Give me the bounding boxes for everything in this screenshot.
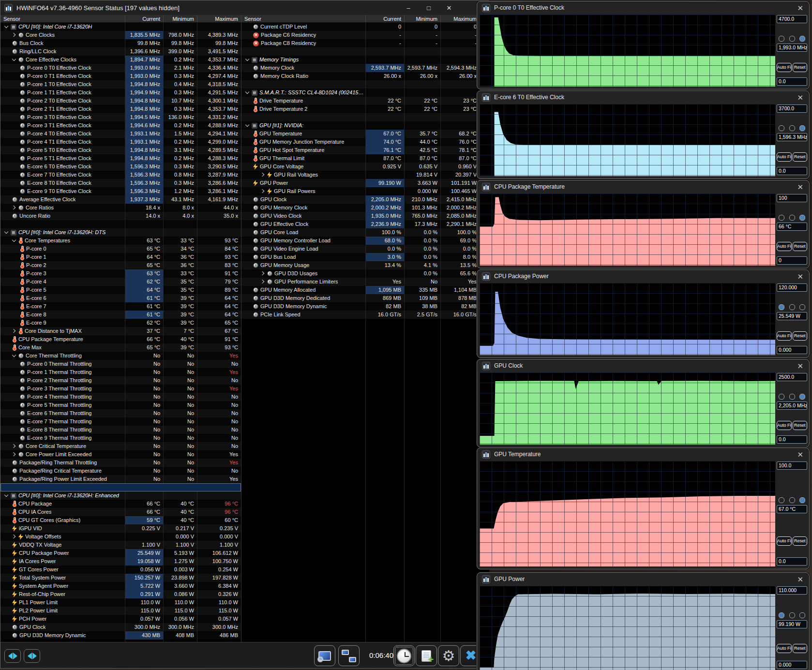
- sensor-row[interactable]: E-core 7 T0 Effective Clock1,596.3 MHz0.…: [0, 171, 241, 179]
- chevron-down-icon[interactable]: [245, 123, 250, 128]
- sensor-row[interactable]: P-core 363 °C33 °C91 °C: [0, 269, 241, 278]
- sensor-row[interactable]: Core Effective Clocks1,894.7 MHz0.2 MHz4…: [0, 56, 241, 64]
- sensor-row[interactable]: E-core 661 °C39 °C64 °C: [0, 294, 241, 302]
- sensor-row[interactable]: P-core 3 T1 Effective Clock1,994.6 MHz0.…: [0, 121, 241, 130]
- settings-button[interactable]: ⚙: [438, 645, 459, 666]
- chevron-right-icon[interactable]: [261, 280, 265, 284]
- sensor-row[interactable]: E-core 9 Thermal ThrottlingNoNoNo: [0, 434, 241, 442]
- blank-row[interactable]: [0, 220, 241, 228]
- chevron-right-icon[interactable]: [261, 271, 265, 276]
- sensor-row[interactable]: Core Ratios18.4 x8.0 x44.0 x: [0, 204, 241, 212]
- chevron-down-icon[interactable]: [245, 58, 250, 62]
- scale-radio-2[interactable]: [789, 215, 795, 221]
- sensor-row[interactable]: CPU IA Cores66 °C40 °C96 °C: [0, 508, 241, 516]
- reset-button[interactable]: Reset: [793, 644, 808, 653]
- sensor-row[interactable]: Drive Temperature 222 °C22 °C23 °C: [241, 105, 489, 113]
- chevron-down-icon[interactable]: [12, 58, 16, 62]
- sensor-row[interactable]: Memory Clock2,593.7 MHz2,593.7 MHz2,594.…: [241, 64, 489, 72]
- sensor-row[interactable]: GPU Memory Allocated1,095 MB335 MB1,104 …: [241, 286, 489, 294]
- reset-button[interactable]: Reset: [793, 63, 808, 72]
- scale-radio-1[interactable]: [779, 36, 784, 42]
- report-button[interactable]: [416, 645, 437, 666]
- sensor-row[interactable]: PCH Power0.057 W0.056 W0.057 W: [0, 615, 241, 623]
- sensor-row[interactable]: PL2 Power Limit115.0 W115.0 W115.0 W: [0, 607, 241, 615]
- auto-fit-button[interactable]: Auto Fit: [777, 242, 792, 251]
- sensor-row[interactable]: GPU Core Load100.0 %0.0 %100.0 %: [241, 228, 489, 237]
- sensor-row[interactable]: IA Cores Power19.058 W1.275 W100.750 W: [0, 557, 241, 566]
- sensor-row[interactable]: P-core 1 Thermal ThrottlingNoNoYes: [0, 368, 241, 376]
- reset-button[interactable]: Reset: [793, 152, 808, 162]
- chevron-right-icon[interactable]: [12, 444, 16, 448]
- scale-max-value[interactable]: 100.0: [777, 462, 807, 470]
- scale-max-value[interactable]: 100: [777, 194, 807, 202]
- sensor-row[interactable]: P-core 4 T0 Effective Clock1,993.1 MHz1.…: [0, 130, 241, 138]
- sensor-row[interactable]: P-core 2 Thermal ThrottlingNoNoNo: [0, 376, 241, 385]
- graph-titlebar[interactable]: CPU Package Power✕: [477, 270, 809, 283]
- chevron-right-icon[interactable]: [12, 206, 16, 210]
- sensor-row[interactable]: Package/Ring Thermal ThrottlingNoNoYes: [0, 459, 241, 467]
- sensor-row[interactable]: P-core 065 °C34 °C84 °C: [0, 245, 241, 253]
- chevron-down-icon[interactable]: [4, 25, 9, 29]
- scale-radio-3[interactable]: [799, 36, 805, 42]
- auto-fit-button[interactable]: Auto Fit: [777, 421, 792, 430]
- table-header[interactable]: SensorCurrentMinimumMaximum: [0, 15, 241, 23]
- column-header-sensor[interactable]: Sensor: [0, 15, 125, 22]
- sensor-row[interactable]: Average Effective Clock1,937.3 MHz43.1 M…: [0, 195, 241, 204]
- sensor-row[interactable]: GPU Performance LimitersYesNoYes: [241, 278, 489, 286]
- reset-button[interactable]: Reset: [793, 331, 808, 341]
- graph-close-icon[interactable]: ✕: [797, 4, 803, 12]
- chevron-right-icon[interactable]: [12, 33, 16, 37]
- scale-max-value[interactable]: 4700.0: [777, 15, 807, 23]
- graph-close-icon[interactable]: ✕: [797, 183, 803, 191]
- sensor-group-row[interactable]: S.M.A.R.T.: SSSTC CL4-8D1024 (002415…: [241, 89, 489, 97]
- sensor-row[interactable]: GPU Effective Clock2,236.9 MHz17.3 MHz2,…: [241, 220, 489, 228]
- sensor-row[interactable]: E-core 6 Thermal ThrottlingNoNoNo: [0, 409, 241, 417]
- sensor-row[interactable]: P-core 564 °C35 °C89 °C: [0, 286, 241, 294]
- sensor-row[interactable]: GPU Bus Load3.0 %0.0 %8.0 %: [241, 253, 489, 261]
- sensor-row[interactable]: P-core 4 T1 Effective Clock1,993.1 MHz0.…: [0, 138, 241, 146]
- scale-radio-1[interactable]: [779, 497, 784, 503]
- auto-fit-button[interactable]: Auto Fit: [777, 331, 792, 341]
- sensor-row[interactable]: GPU Memory Controller Load68.0 %0.0 %69.…: [241, 237, 489, 245]
- auto-fit-button[interactable]: Auto Fit: [777, 152, 792, 162]
- scale-min-value[interactable]: 0.000: [777, 346, 807, 354]
- column-header-minimum[interactable]: Minimum: [163, 15, 197, 22]
- sensor-row[interactable]: E-core 8 Thermal ThrottlingNoNoNo: [0, 426, 241, 434]
- close-button[interactable]: ✕: [439, 0, 459, 15]
- graph-close-icon[interactable]: ✕: [797, 94, 803, 101]
- reset-button[interactable]: Reset: [793, 421, 808, 430]
- column-header-current[interactable]: Current: [125, 15, 163, 22]
- remote-monitor-button[interactable]: [338, 645, 360, 666]
- sensor-row[interactable]: GPU Rail Powers0.000 W100.465 W: [241, 187, 489, 195]
- sensor-row[interactable]: Core Temperatures63 °C33 °C93 °C: [0, 237, 241, 245]
- sensor-row[interactable]: GPU Video Engine Load0.0 %0.0 %0.0 %: [241, 245, 489, 253]
- graph-titlebar[interactable]: GPU Temperature✕: [477, 448, 809, 461]
- sensor-row[interactable]: GPU Rail Voltages19.814 V20.397 V: [241, 171, 489, 179]
- auto-fit-button[interactable]: Auto Fit: [777, 63, 792, 72]
- sensor-row[interactable]: GPU D3D Memory Dynamic82 MB38 MB82 MB: [241, 302, 489, 311]
- sensor-row[interactable]: P-core 5 T1 Effective Clock1,994.8 MHz0.…: [0, 154, 241, 163]
- table-header[interactable]: SensorCurrentMinimumMaximum: [241, 15, 489, 23]
- chevron-down-icon[interactable]: [12, 238, 16, 243]
- sensor-row[interactable]: Rest-of-Chip Power0.291 W0.086 W0.326 W: [0, 590, 241, 598]
- sensor-row[interactable]: Ring/LLC Clock1,396.6 MHz399.0 MHz3,491.…: [0, 47, 241, 56]
- scale-max-value[interactable]: 110.000: [777, 586, 807, 595]
- column-header-maximum[interactable]: Maximum: [197, 15, 241, 22]
- chevron-down-icon[interactable]: [245, 90, 250, 95]
- sensor-row[interactable]: Total System Power150.257 W23.898 W197.8…: [0, 574, 241, 582]
- sensor-row[interactable]: Package/Ring Critical TemperatureNoNoNo: [0, 467, 241, 475]
- sensor-group-row[interactable]: CPU [#0]: Intel Core i7-13620H: Enhanced: [0, 491, 241, 500]
- reset-button[interactable]: Reset: [793, 536, 808, 546]
- sensor-row[interactable]: P-core 2 T1 Effective Clock1,994.8 MHz0.…: [0, 105, 241, 113]
- logging-clock-button[interactable]: [393, 645, 415, 666]
- chevron-right-icon[interactable]: [12, 329, 16, 333]
- sensor-row[interactable]: Core Max65 °C39 °C93 °C: [0, 343, 241, 352]
- graph-titlebar[interactable]: GPU Clock✕: [477, 359, 809, 372]
- system-summary-button[interactable]: [314, 645, 335, 666]
- sensor-row[interactable]: P-core 5 Thermal ThrottlingNoNoNo: [0, 401, 241, 409]
- scale-min-value[interactable]: 0.0: [777, 435, 807, 444]
- scale-radio-1[interactable]: [779, 304, 784, 310]
- sensor-row[interactable]: Bus Clock99.8 MHz99.8 MHz99.8 MHz: [0, 39, 241, 47]
- sensor-row[interactable]: P-core 164 °C36 °C93 °C: [0, 253, 241, 261]
- sensor-row[interactable]: System Agent Power5.722 W3.660 W6.384 W: [0, 582, 241, 590]
